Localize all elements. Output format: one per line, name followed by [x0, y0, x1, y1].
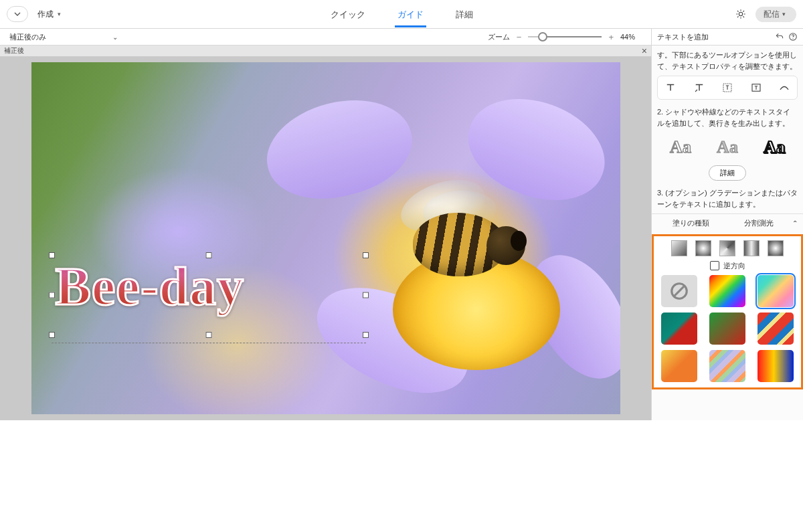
swatch-teal-red[interactable] [661, 313, 697, 345]
share-button[interactable]: 配信 ▾ [755, 7, 796, 22]
swatch-none[interactable] [661, 275, 697, 307]
swatch-stripes[interactable] [757, 313, 794, 345]
style-preset-outline[interactable]: Aa [670, 134, 691, 160]
photo-canvas[interactable]: Bee-day [31, 62, 620, 414]
reverse-row: 逆方向 [658, 260, 797, 272]
gradient-style-radial[interactable] [695, 240, 711, 256]
gradient-style-row [658, 240, 797, 256]
zoom-out-icon[interactable]: − [517, 32, 522, 42]
app-menu-button[interactable] [7, 6, 28, 22]
svg-line-7 [737, 16, 739, 17]
swatch-rainbow[interactable] [709, 275, 745, 307]
create-label: 作成 [37, 9, 54, 20]
style-preset-shadow[interactable]: Aa [764, 134, 785, 160]
chevron-down-icon: ▾ [782, 11, 786, 17]
resize-handle[interactable] [363, 252, 369, 258]
fill-type-tab[interactable]: 塗りの種類 [657, 217, 725, 229]
step1-text: す。下部にあるツールオプションを使用して、テキストプロパティを調整できます。 [657, 50, 798, 72]
canvas-tab: 補正後 × [0, 46, 651, 57]
accordion-header: 塗りの種類 分割測光 ⌃ [652, 213, 803, 232]
zoom-value: 44% [620, 33, 635, 41]
style-preset-row: Aa Aa Aa [657, 134, 798, 160]
tab-guide[interactable]: ガイド [395, 1, 426, 27]
canvas-tab-label: 補正後 [4, 46, 24, 56]
gradient-style-angle[interactable] [719, 240, 735, 256]
gradient-style-linear[interactable] [671, 240, 687, 256]
help-icon[interactable] [788, 32, 798, 41]
style-preset-emboss[interactable]: Aa [717, 134, 738, 160]
vertical-text-tool[interactable] [691, 80, 708, 96]
resize-handle[interactable] [49, 252, 55, 258]
text-mask-tool[interactable] [747, 80, 765, 96]
gradient-style-diamond[interactable] [768, 240, 784, 256]
svg-line-5 [737, 11, 739, 12]
gradient-panel: 逆方向 [652, 234, 803, 390]
resize-handle[interactable] [49, 292, 55, 298]
canvas-viewport[interactable]: Bee-day [0, 57, 651, 420]
view-mode-label: 補正後のみ [9, 32, 46, 42]
horizontal-text-tool[interactable] [662, 80, 679, 96]
chevron-down-icon: ⌄ [112, 33, 118, 41]
svg-point-0 [739, 12, 742, 15]
resize-handle[interactable] [363, 292, 369, 298]
close-icon[interactable]: × [642, 46, 647, 56]
zoom-in-icon[interactable]: + [608, 32, 614, 42]
selection-box[interactable] [52, 255, 366, 335]
resize-handle[interactable] [363, 332, 369, 338]
gradient-style-reflected[interactable] [743, 240, 760, 256]
step3-text: 3. (オプション) グラデーションまたはパターンをテキストに追加します。 [657, 187, 798, 209]
svg-line-6 [743, 16, 744, 17]
swatch-candy[interactable] [709, 350, 745, 382]
chevron-down-icon: ▾ [58, 11, 61, 17]
swatch-green-red[interactable] [709, 313, 745, 345]
create-menu[interactable]: 作成 ▾ [37, 9, 61, 20]
svg-point-10 [792, 38, 793, 39]
swatch-pastel[interactable] [757, 275, 794, 307]
mode-tabs: クイック ガイド 詳細 [0, 0, 803, 28]
tab-quick[interactable]: クイック [328, 1, 368, 27]
right-panel: す。下部にあるツールオプションを使用して、テキストプロパティを調整できます。 2… [651, 46, 803, 420]
brightness-icon[interactable] [735, 9, 746, 19]
swatch-primary[interactable] [757, 350, 794, 382]
split-meter-tab[interactable]: 分割測光 [725, 217, 792, 229]
swatch-sunset[interactable] [661, 350, 697, 382]
canvas-area: 補正後 × Bee-day [0, 46, 651, 420]
step2-text: 2. シャドウや枠線などのテキストスタイルを追加して、奥行きを生み出します。 [657, 106, 798, 128]
tab-detail[interactable]: 詳細 [453, 1, 476, 27]
resize-handle[interactable] [205, 252, 211, 258]
panel-header: テキストを追加 [651, 29, 803, 45]
text-selection-tool[interactable] [719, 80, 736, 96]
reverse-checkbox[interactable] [710, 261, 719, 270]
share-label: 配信 [764, 9, 780, 20]
text-tool-row [657, 76, 798, 100]
undo-icon[interactable] [775, 32, 784, 41]
detail-button[interactable]: 詳細 [709, 165, 746, 181]
svg-line-14 [673, 285, 685, 297]
sub-toolbar: 補正後のみ ⌄ ズーム − + 44% テキストを追加 [0, 29, 803, 46]
zoom-label: ズーム [488, 32, 510, 42]
resize-handle[interactable] [49, 332, 55, 338]
panel-title: テキストを追加 [657, 32, 709, 42]
chevron-up-icon[interactable]: ⌃ [792, 218, 798, 228]
view-mode-dropdown[interactable]: 補正後のみ ⌄ [0, 32, 123, 42]
reverse-label: 逆方向 [723, 260, 745, 272]
text-path-tool[interactable] [776, 80, 793, 96]
zoom-slider[interactable] [528, 33, 602, 41]
top-toolbar: 作成 ▾ クイック ガイド 詳細 配信 ▾ [0, 0, 803, 29]
gradient-swatches [658, 275, 797, 382]
svg-line-8 [743, 11, 744, 12]
resize-handle[interactable] [205, 332, 211, 338]
main-area: 補正後 × Bee-day [0, 46, 803, 420]
bee-illustration [386, 189, 527, 296]
baseline-guide [52, 343, 366, 343]
